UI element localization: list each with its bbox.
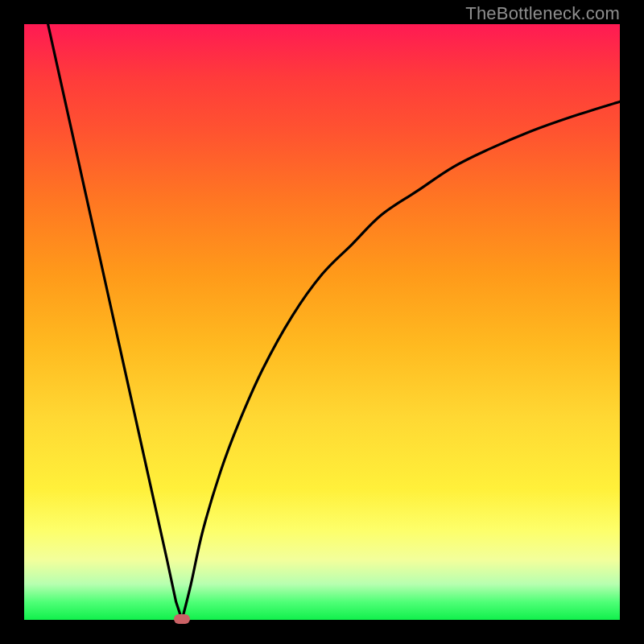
optimum-marker (174, 614, 190, 624)
watermark-text: TheBottleneck.com (465, 3, 620, 24)
plot-area (24, 24, 620, 620)
chart-frame: TheBottleneck.com (0, 0, 644, 644)
bottleneck-curve (48, 24, 620, 620)
curve-svg (24, 24, 620, 620)
